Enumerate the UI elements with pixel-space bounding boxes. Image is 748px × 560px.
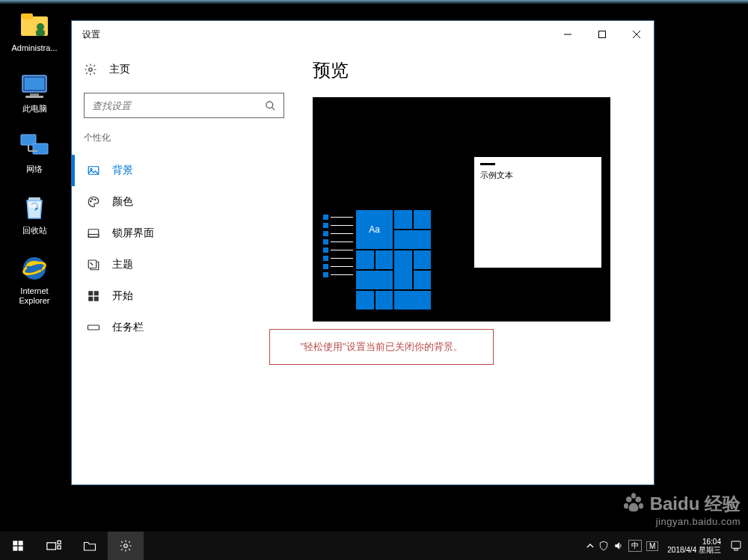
svg-rect-32: [94, 291, 99, 295]
user-folder-icon: [18, 9, 51, 42]
desktop-icon-ie[interactable]: Internet Explorer: [4, 252, 64, 306]
notifications-button[interactable]: [730, 540, 742, 552]
nav-item-themes[interactable]: 主题: [72, 249, 296, 280]
svg-rect-28: [88, 230, 99, 238]
desktop-icons-area: Administra... 此电脑 网络 回收站 Internet Explor…: [4, 9, 64, 322]
computer-icon: [18, 70, 51, 102]
svg-rect-44: [19, 547, 23, 551]
svg-rect-34: [94, 297, 99, 301]
svg-rect-35: [88, 325, 99, 330]
ie-icon: [18, 252, 51, 285]
close-button[interactable]: [619, 22, 654, 46]
ime-indicator-m[interactable]: M: [646, 541, 658, 551]
titlebar[interactable]: 设置: [72, 21, 654, 48]
themes-icon: [87, 258, 100, 271]
svg-rect-12: [28, 197, 40, 200]
svg-point-38: [631, 493, 636, 499]
svg-rect-17: [599, 31, 606, 38]
svg-rect-33: [88, 297, 93, 301]
svg-rect-49: [732, 541, 741, 548]
nav-item-lockscreen[interactable]: 锁屏界面: [72, 218, 296, 249]
picture-icon: [87, 164, 100, 177]
taskbar: 中 M 16:04 2018/4/4 星期三: [0, 532, 748, 560]
svg-rect-41: [13, 541, 17, 545]
svg-rect-29: [88, 235, 99, 238]
recyclebin-icon: [18, 191, 51, 224]
settings-taskbar-button[interactable]: [108, 532, 144, 560]
desktop-icon-user[interactable]: Administra...: [4, 9, 64, 53]
svg-point-2: [37, 23, 44, 31]
svg-point-37: [635, 496, 641, 502]
svg-rect-7: [25, 96, 43, 98]
baidu-watermark: Baidu 经验 jingyan.baidu.com: [622, 492, 741, 527]
start-icon: [87, 289, 100, 303]
ime-indicator-zh[interactable]: 中: [628, 540, 642, 552]
svg-point-48: [124, 544, 128, 548]
svg-point-26: [92, 199, 94, 200]
svg-rect-9: [33, 144, 48, 154]
content-heading: 预览: [313, 58, 631, 82]
nav-item-taskbar[interactable]: 任务栏: [72, 312, 296, 343]
tray-chevron-icon[interactable]: [586, 542, 594, 550]
svg-rect-47: [58, 546, 61, 549]
lockscreen-icon: [87, 227, 100, 240]
preview-tile-aa: Aa: [356, 210, 393, 249]
desktop-preview: 示例文本 Aa: [313, 97, 610, 321]
svg-rect-46: [58, 541, 61, 544]
nav-item-background[interactable]: 背景: [72, 155, 296, 186]
tray-security-icon[interactable]: [598, 541, 609, 551]
palette-icon: [87, 195, 100, 209]
svg-point-36: [626, 496, 632, 502]
taskbar-tray: 中 M 16:04 2018/4/4 星期三: [586, 538, 748, 554]
tray-volume-icon[interactable]: [613, 541, 624, 551]
svg-point-21: [266, 101, 273, 108]
svg-point-39: [624, 503, 628, 509]
home-link[interactable]: 主页: [72, 57, 296, 82]
desktop-icon-thispc[interactable]: 此电脑: [4, 70, 64, 114]
gear-icon: [84, 63, 97, 76]
preview-sample-window: 示例文本: [474, 157, 601, 268]
svg-rect-15: [27, 266, 42, 270]
svg-point-20: [89, 68, 93, 72]
taskbar-clock[interactable]: 16:04 2018/4/4 星期三: [663, 538, 726, 554]
desktop-icon-recyclebin[interactable]: 回收站: [4, 191, 64, 236]
preview-start-menu: Aa: [323, 210, 431, 310]
svg-rect-43: [13, 547, 17, 551]
svg-point-27: [95, 199, 96, 200]
ease-of-access-alert: "轻松使用"设置当前已关闭你的背景。: [269, 329, 494, 365]
svg-rect-42: [19, 541, 23, 545]
file-explorer-button[interactable]: [72, 532, 108, 560]
svg-rect-45: [47, 543, 56, 550]
search-input[interactable]: [92, 100, 265, 111]
search-icon: [265, 100, 276, 111]
sidebar: 主页 个性化 背景 颜色 锁屏界面: [72, 48, 296, 484]
svg-rect-6: [30, 93, 39, 96]
taskbar-icon: [87, 321, 100, 334]
search-box[interactable]: [84, 93, 284, 118]
content-area: 预览 示例文本: [296, 48, 654, 484]
nav-item-start[interactable]: 开始: [72, 280, 296, 312]
section-title: 个性化: [72, 132, 296, 150]
svg-rect-1: [21, 13, 33, 19]
svg-point-40: [639, 503, 643, 509]
svg-line-22: [272, 107, 275, 110]
home-label: 主页: [109, 63, 130, 76]
minimize-button[interactable]: [551, 22, 585, 46]
svg-rect-31: [88, 291, 93, 295]
desktop-icon-network[interactable]: 网络: [4, 130, 64, 174]
taskview-button[interactable]: [36, 532, 72, 560]
svg-rect-5: [25, 78, 44, 90]
svg-point-25: [91, 201, 92, 203]
window-title: 设置: [82, 28, 100, 41]
settings-window: 设置 主页 个性化 背景: [72, 21, 654, 484]
svg-rect-3: [36, 30, 45, 36]
network-icon: [18, 130, 51, 163]
start-button[interactable]: [0, 532, 36, 560]
maximize-button[interactable]: [585, 22, 619, 46]
nav-item-colors[interactable]: 颜色: [72, 186, 296, 218]
